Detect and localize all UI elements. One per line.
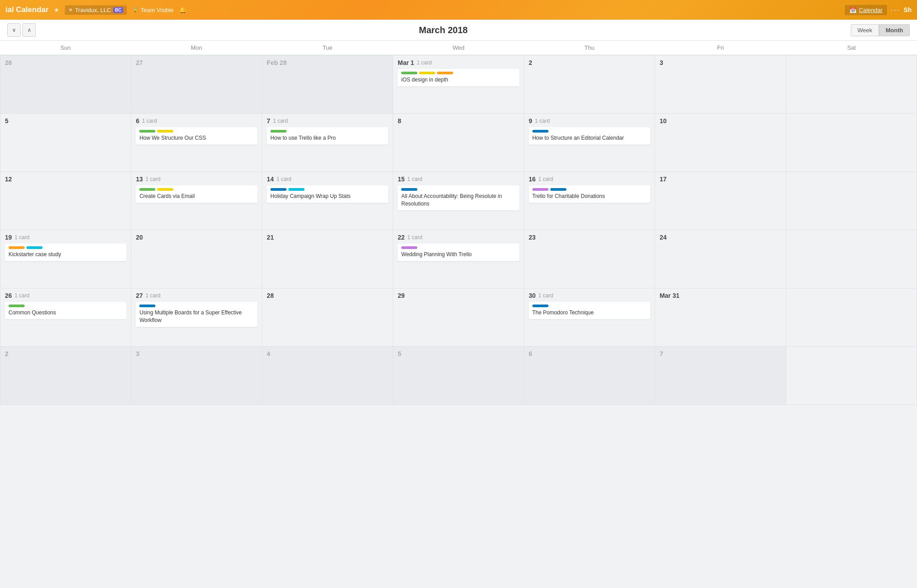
card-title: Common Questions [9, 309, 123, 317]
day-num-text: 2 [529, 59, 532, 66]
label-tag [26, 246, 43, 249]
card-count: 1 card [146, 292, 160, 299]
day-num-text: 6 [136, 117, 139, 124]
day-number: 71 card [267, 117, 388, 124]
label-tag [401, 188, 417, 191]
calendar-card[interactable]: Common Questions [5, 302, 126, 319]
calendar-label: Calendar [859, 7, 883, 13]
card-count: 1 card [146, 176, 160, 182]
cal-cell [786, 347, 917, 405]
label-tag [532, 130, 548, 133]
card-title: Using Multiple Boards for a Super Effect… [139, 309, 253, 324]
calendar-card[interactable]: How to Structure an Editorial Calendar [529, 127, 650, 145]
lock-icon: 🔒 [132, 7, 139, 13]
cal-cell: 61 cardHow We Structure Our CSS [131, 114, 262, 172]
cal-cell: 221 cardWedding Planning With Trello [393, 230, 524, 288]
day-number: 131 card [136, 176, 257, 183]
day-num-text: 6 [529, 350, 532, 357]
calendar-card[interactable]: Wedding Planning With Trello [398, 244, 519, 261]
cal-cell [786, 114, 917, 172]
day-num-text: 27 [136, 292, 143, 299]
team-visible-pill[interactable]: 🔒 Team Visible [132, 7, 173, 13]
nav-arrows: ∨ ∧ [7, 23, 36, 37]
cal-cell: 10 [655, 114, 786, 172]
day-num-text: 23 [529, 234, 536, 241]
close-icon: ✕ [69, 7, 73, 13]
calendar-card[interactable]: Kickstarter case study [5, 244, 126, 261]
dow-cell-thu: Thu [524, 41, 655, 55]
day-num-text: 21 [267, 234, 274, 241]
calendar-grid: 2627Feb 28Mar 11 cardiOS design in depth… [0, 55, 917, 405]
calendar-card[interactable]: Trello for Charitable Donations [529, 185, 650, 203]
cal-cell: 3 [655, 56, 786, 114]
prev-button[interactable]: ∨ [7, 23, 21, 37]
calendar-card[interactable]: Using Multiple Boards for a Super Effect… [136, 302, 257, 327]
calendar-title: March 2018 [36, 25, 851, 35]
calendar-card[interactable]: All About Accountability: Being Resolute… [398, 185, 519, 210]
dow-cell-fri: Fri [655, 41, 786, 55]
calendar-card[interactable]: How to use Trello like a Pro [267, 127, 388, 145]
card-count: 1 card [417, 60, 432, 66]
card-title: How to Structure an Editorial Calendar [532, 134, 647, 142]
day-number: 3 [136, 350, 257, 357]
calendar-icon: 📅 [849, 7, 857, 13]
share-button[interactable]: Sh [904, 6, 912, 13]
calendar-card[interactable]: How We Structure Our CSS [136, 127, 257, 145]
card-count: 1 card [15, 234, 30, 240]
card-title: How We Structure Our CSS [139, 134, 253, 142]
day-number: 91 card [529, 117, 650, 124]
card-count: 1 card [535, 118, 550, 124]
card-count: 1 card [407, 176, 422, 182]
day-num-text: 30 [529, 292, 536, 299]
calendar-card[interactable]: The Pomodoro Technique [529, 302, 650, 319]
label-tag [9, 305, 25, 307]
day-number: 24 [660, 234, 781, 241]
cal-cell: 6 [524, 347, 655, 405]
card-title: Wedding Planning With Trello [401, 251, 515, 258]
day-number: 301 card [529, 292, 650, 299]
label-row [532, 305, 647, 307]
cal-cell: 29 [393, 288, 524, 347]
card-title: Create Cards via Email [139, 193, 253, 200]
day-number: 8 [398, 117, 519, 124]
calendar-card[interactable]: iOS design in depth [398, 69, 519, 86]
card-count: 1 card [276, 176, 291, 182]
label-tag [139, 305, 155, 307]
week-view-button[interactable]: Week [851, 24, 879, 36]
bc-badge: BC [113, 7, 123, 13]
label-tag [9, 246, 25, 249]
cal-cell: Mar 31 [655, 288, 786, 347]
day-num-text: 7 [267, 117, 270, 124]
label-row [139, 305, 253, 307]
day-number: 191 card [5, 234, 126, 241]
card-count: 1 card [142, 118, 157, 124]
day-num-text: 28 [267, 292, 274, 299]
day-number: 141 card [267, 176, 388, 183]
cal-cell [786, 56, 917, 114]
day-num-text: 4 [267, 350, 270, 357]
dow-cell-sun: Sun [0, 41, 131, 55]
day-num-text: 16 [529, 176, 536, 183]
day-number: 151 card [398, 176, 519, 183]
label-tag [157, 130, 173, 133]
cal-cell: 151 cardAll About Accountability: Being … [393, 172, 524, 230]
calendar-card[interactable]: Holiday Campaign Wrap Up Stats [267, 185, 388, 203]
org-pill[interactable]: ✕ Travidux, LLC BC [65, 5, 127, 15]
calendar-button[interactable]: 📅 Calendar [845, 5, 887, 15]
day-num-text: 3 [660, 59, 663, 66]
cal-cell: Mar 11 cardiOS design in depth [393, 56, 524, 114]
notification-icon[interactable]: 🔔 [179, 6, 187, 13]
star-icon[interactable]: ★ [54, 6, 60, 13]
more-button[interactable]: ··· [891, 5, 900, 15]
day-num-text: 14 [267, 176, 274, 183]
cal-cell: Feb 28 [262, 56, 393, 114]
calendar-card[interactable]: Create Cards via Email [136, 185, 257, 203]
card-title: Trello for Charitable Donations [532, 193, 647, 200]
label-tag [401, 246, 417, 249]
day-number: 261 card [5, 292, 126, 299]
day-num-text: 13 [136, 176, 143, 183]
day-number: 2 [529, 59, 650, 66]
cal-cell: 5 [0, 114, 131, 172]
month-view-button[interactable]: Month [879, 24, 910, 36]
next-button[interactable]: ∧ [22, 23, 36, 37]
